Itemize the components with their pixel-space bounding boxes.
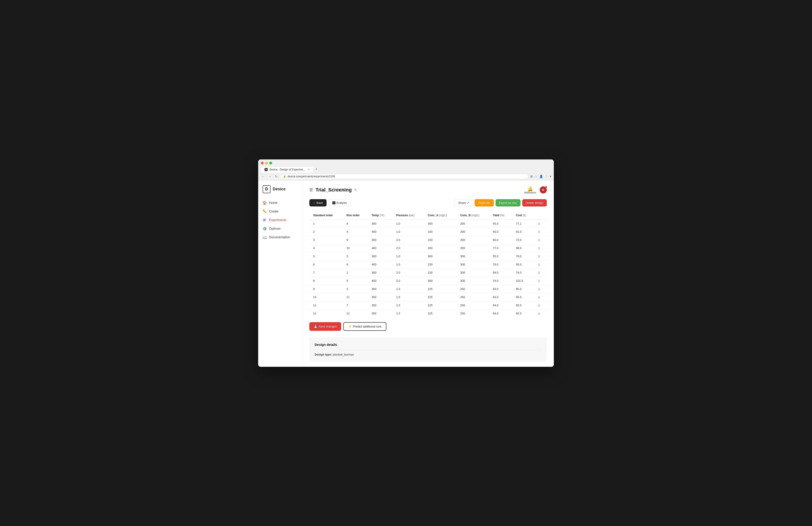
delete-row-button[interactable]: 🗑	[537, 263, 541, 266]
cell-cost: 91.0	[512, 228, 534, 236]
cell-delete[interactable]: 🗑	[534, 277, 547, 285]
sidebar-item-documentation[interactable]: 📖 Documentation	[258, 233, 302, 242]
forward-button[interactable]: →	[267, 174, 272, 179]
cell-temp: 300	[368, 252, 393, 260]
table-row: 9 2 350 1.5 225 250 63.0 85.5 🗑	[309, 285, 547, 293]
delete-row-button[interactable]: 🗑	[537, 296, 541, 299]
cell-standard-order: 1	[309, 219, 343, 228]
delete-design-button[interactable]: Delete design	[522, 199, 547, 207]
sidebar-item-create[interactable]: ✏️ Create	[258, 207, 302, 216]
design-type-value: plackett_burman	[333, 353, 354, 356]
edit-title-icon[interactable]: ✎	[354, 188, 357, 192]
cell-standard-order: 3	[309, 236, 343, 244]
traffic-light-yellow[interactable]	[265, 162, 268, 165]
delete-row-button[interactable]: 🗑	[537, 230, 541, 233]
refresh-button[interactable]: ↻	[274, 174, 278, 179]
logo-text: Desice	[273, 187, 286, 191]
home-icon: 🏠	[263, 201, 267, 205]
avatar-letter: R	[542, 188, 544, 192]
cell-conc-a: 150	[424, 236, 457, 244]
cell-delete[interactable]: 🗑	[534, 236, 547, 244]
delete-row-button[interactable]: 🗑	[537, 246, 541, 250]
delete-row-button[interactable]: 🗑	[537, 255, 541, 258]
notifications-button[interactable]: 🔔 Notifications	[524, 186, 536, 194]
export-button[interactable]: Export as xlsx	[496, 199, 521, 207]
translate-icon[interactable]: ⊞	[530, 175, 533, 178]
cell-yield: 55.0	[489, 252, 512, 260]
cell-delete[interactable]: 🗑	[534, 252, 547, 260]
col-run-order: Run order	[343, 211, 368, 219]
delete-row-button[interactable]: 🗑	[537, 238, 541, 242]
cell-conc-b: 250	[457, 285, 489, 293]
cell-run-order: 5	[343, 277, 368, 285]
cell-delete[interactable]: 🗑	[534, 244, 547, 252]
cell-delete[interactable]: 🗑	[534, 260, 547, 269]
sidebar-item-label-create: Create	[269, 210, 278, 213]
cell-standard-order: 4	[309, 244, 343, 252]
delete-row-button[interactable]: 🗑	[537, 222, 541, 226]
bell-icon: 🔔	[527, 186, 533, 191]
col-temp: Temp (°K)	[368, 211, 393, 219]
new-tab-button[interactable]: +	[314, 166, 319, 172]
tab-favicon: D	[264, 168, 267, 171]
cell-delete[interactable]: 🗑	[534, 309, 547, 317]
sidebar-item-home[interactable]: 🏠 Home	[258, 199, 302, 207]
bookmark-icon[interactable]: ☆	[535, 175, 537, 178]
menu-toggle-button[interactable]: ☰	[309, 187, 313, 192]
cell-delete[interactable]: 🗑	[534, 285, 547, 293]
cell-cost: 101.0	[512, 277, 534, 285]
save-changes-button[interactable]: 💾 Save changes	[309, 322, 341, 331]
cell-standard-order: 9	[309, 285, 343, 293]
cell-yield: 69.0	[489, 269, 512, 277]
cell-temp: 400	[368, 260, 393, 269]
cell-run-order: 6	[343, 219, 368, 228]
delete-row-button[interactable]: 🗑	[537, 287, 541, 291]
back-button[interactable]: ← Back	[309, 199, 327, 207]
cell-conc-a: 300	[424, 219, 457, 228]
cell-temp: 400	[368, 277, 393, 285]
action-right: Share ↗ Duplicate Export as xlsx Delete …	[454, 199, 547, 207]
col-conc-a: Conc_A (mg/L)	[424, 211, 457, 219]
delete-row-button[interactable]: 🗑	[537, 304, 541, 307]
cell-run-order: 7	[343, 301, 368, 309]
browser-tab[interactable]: D Desice - Design of Experime... ✕	[261, 167, 314, 172]
table-header-row: Standard order Run order Temp (°K) Press…	[309, 211, 547, 219]
cell-run-order: 1	[343, 269, 368, 277]
delete-row-button[interactable]: 🗑	[537, 279, 541, 283]
action-bar: ← Back ⬛ Analysis Share ↗ Duplicate Expo…	[309, 199, 547, 207]
cell-delete[interactable]: 🗑	[534, 228, 547, 236]
traffic-light-red[interactable]	[261, 162, 264, 165]
duplicate-button[interactable]: Duplicate	[475, 199, 494, 207]
cell-delete[interactable]: 🗑	[534, 301, 547, 309]
cell-conc-a: 300	[424, 252, 457, 260]
back-button[interactable]: ←	[261, 174, 266, 179]
design-details-divider	[315, 350, 541, 350]
sidebar-item-optimize[interactable]: ⚙️ Optimze	[258, 224, 302, 233]
tab-close-button[interactable]: ✕	[308, 168, 310, 171]
cell-pressure: 1.5	[393, 285, 424, 293]
user-avatar[interactable]: R	[540, 186, 547, 194]
predict-runs-button[interactable]: ⚡ Predict additional runs	[343, 322, 386, 331]
traffic-light-green[interactable]	[269, 162, 272, 165]
cell-temp: 300	[368, 236, 393, 244]
analysis-button[interactable]: ⬛ Analysis	[328, 199, 351, 207]
design-details-title: Design details	[315, 343, 541, 346]
cell-standard-order: 12	[309, 309, 343, 317]
delete-row-button[interactable]: 🗑	[537, 312, 541, 315]
share-button[interactable]: Share ↗	[454, 199, 473, 207]
cell-temp: 350	[368, 285, 393, 293]
cell-conc-a: 225	[424, 285, 457, 293]
menu-icon[interactable]: ⋮	[545, 175, 548, 178]
cell-yield: 64.0	[489, 301, 512, 309]
cell-delete[interactable]: 🗑	[534, 269, 547, 277]
predict-runs-label: Predict additional runs	[353, 325, 381, 328]
cell-delete[interactable]: 🗑	[534, 293, 547, 301]
delete-row-button[interactable]: 🗑	[537, 271, 541, 274]
cell-run-order: 9	[343, 236, 368, 244]
profile-icon[interactable]: 👤	[539, 175, 543, 178]
url-input[interactable]: 🔒 desice.io/experiments/experiments/1536	[280, 174, 528, 179]
col-actions	[534, 211, 547, 219]
sidebar-item-experiments[interactable]: ⚗️ Experiments	[258, 216, 302, 224]
dropdown-icon[interactable]: ▾	[550, 175, 551, 178]
cell-delete[interactable]: 🗑	[534, 219, 547, 228]
